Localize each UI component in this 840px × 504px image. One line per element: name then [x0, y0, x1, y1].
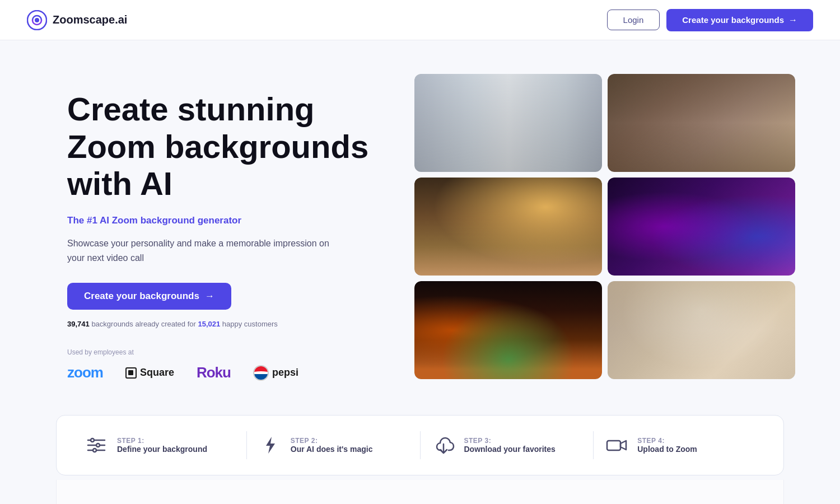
bg-image-5[interactable]	[414, 281, 602, 379]
square-logo: Square	[125, 367, 174, 379]
step-1-text: STEP 1: Define your background	[117, 437, 207, 454]
zoom-logo: zoom	[67, 364, 103, 381]
square-inner	[128, 370, 133, 375]
step-3-text: STEP 3: Download your favorites	[464, 437, 556, 454]
login-button[interactable]: Login	[607, 10, 660, 30]
hero-left: Create stunning Zoom backgrounds with AI…	[67, 74, 381, 381]
used-by-label: Used by employees at	[67, 348, 381, 356]
pepsi-logo: pepsi	[253, 365, 298, 381]
bottom-card-preview	[56, 480, 784, 504]
customers-count: 15,021	[198, 320, 220, 328]
pepsi-icon	[253, 365, 269, 381]
bg-image-2[interactable]	[608, 74, 795, 172]
step-1-desc: Define your background	[117, 445, 207, 454]
hero-subtitle: The #1 AI Zoom background generator	[67, 215, 381, 226]
step-divider-1	[246, 431, 247, 459]
video-camera-icon	[605, 433, 628, 457]
step-2-label: STEP 2:	[291, 437, 373, 445]
hero-cta-arrow: →	[205, 291, 214, 302]
steps-section: STEP 1: Define your background STEP 2: O…	[56, 415, 784, 475]
svg-point-7	[93, 449, 96, 452]
bg-image-4[interactable]	[608, 178, 795, 276]
hero-image-grid	[414, 74, 795, 379]
backgrounds-count: 39,741	[67, 320, 90, 328]
nav-cta-button[interactable]: Create your backgrounds →	[666, 9, 813, 31]
bg-image-3-inner	[414, 178, 602, 276]
roku-logo: Roku	[197, 364, 231, 381]
bg-image-3[interactable]	[414, 178, 602, 276]
step-1: STEP 1: Define your background	[85, 433, 235, 457]
navbar: Zoomscape.ai Login Create your backgroun…	[0, 0, 840, 40]
step-4-desc: Upload to Zoom	[637, 445, 697, 454]
step-2-text: STEP 2: Our AI does it's magic	[291, 437, 373, 454]
square-text: Square	[140, 367, 174, 379]
step-4-text: STEP 4: Upload to Zoom	[637, 437, 697, 454]
logo-icon	[27, 10, 47, 30]
step-3: STEP 3: Download your favorites	[432, 433, 582, 457]
svg-point-6	[96, 444, 100, 447]
svg-point-1	[35, 18, 39, 22]
step-1-label: STEP 1:	[117, 437, 207, 445]
svg-point-5	[91, 438, 94, 442]
bg-image-1[interactable]	[414, 74, 602, 172]
stats-text: 39,741 backgrounds already created for 1…	[67, 320, 381, 328]
step-4-label: STEP 4:	[637, 437, 697, 445]
hero-description: Showcase your personality and make a mem…	[67, 236, 347, 265]
logo-text: Zoomscape.ai	[53, 13, 127, 26]
step-2: STEP 2: Our AI does it's magic	[258, 433, 409, 457]
bg-image-4-inner	[608, 178, 795, 276]
step-3-label: STEP 3:	[464, 437, 556, 445]
hero-cta-button[interactable]: Create your backgrounds →	[67, 283, 231, 310]
brand-logos: zoom Square Roku pepsi	[67, 364, 381, 381]
hero-section: Create stunning Zoom backgrounds with AI…	[0, 40, 840, 404]
step-divider-2	[420, 431, 421, 459]
sliders-icon	[85, 433, 108, 457]
square-icon	[125, 367, 137, 379]
svg-rect-9	[607, 441, 620, 450]
pepsi-wave	[253, 371, 269, 374]
bg-image-6[interactable]	[608, 281, 795, 379]
step-3-desc: Download your favorites	[464, 445, 556, 454]
bg-image-5-inner	[414, 281, 602, 379]
cloud-download-icon	[432, 433, 455, 457]
bg-image-1-inner	[414, 74, 602, 172]
hero-cta-label: Create your backgrounds	[84, 291, 199, 302]
step-4: STEP 4: Upload to Zoom	[605, 433, 755, 457]
logo[interactable]: Zoomscape.ai	[27, 10, 127, 30]
step-divider-3	[593, 431, 594, 459]
step-2-desc: Our AI does it's magic	[291, 445, 373, 454]
nav-cta-arrow: →	[788, 15, 797, 25]
hero-title: Create stunning Zoom backgrounds with AI	[67, 91, 381, 203]
lightning-icon	[258, 433, 282, 457]
nav-actions: Login Create your backgrounds →	[607, 9, 813, 31]
nav-cta-label: Create your backgrounds	[682, 15, 784, 25]
bg-image-6-inner	[608, 281, 795, 379]
bg-image-2-inner	[608, 74, 795, 172]
pepsi-text: pepsi	[272, 367, 298, 379]
